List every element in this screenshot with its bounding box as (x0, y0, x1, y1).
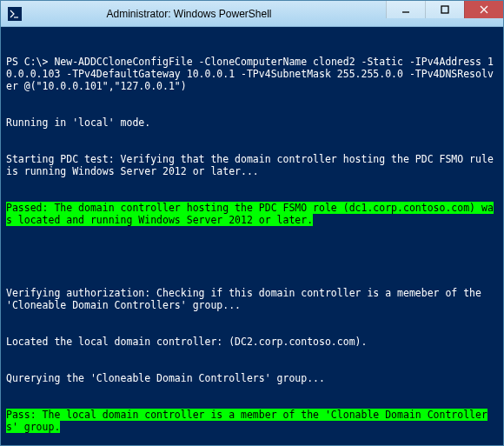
close-button[interactable] (464, 1, 503, 18)
command-line: PS C:\> New-ADDCCloneConfigFile -CloneCo… (6, 56, 498, 92)
output-line: Verifying authorization: Checking if thi… (6, 287, 498, 311)
output-pass: Pass: The local domain controller is a m… (6, 409, 498, 433)
output-line: Located the local domain controller: (DC… (6, 336, 498, 348)
output-line: Qurerying the 'Cloneable Domain Controll… (6, 372, 498, 384)
output-pass: Passed: The domain controller hosting th… (6, 202, 498, 226)
titlebar[interactable]: Administrator: Windows PowerShell (1, 1, 503, 27)
blank-line (6, 250, 498, 263)
command-text: New-ADDCCloneConfigFile -CloneComputerNa… (6, 56, 494, 92)
maximize-button[interactable] (425, 1, 464, 18)
minimize-button[interactable] (386, 1, 425, 18)
powershell-window: Administrator: Windows PowerShell PS C:\… (1, 1, 503, 445)
output-line: Running in 'local' mode. (6, 116, 498, 129)
svg-rect-3 (441, 6, 448, 13)
output-line: Starting PDC test: Verifying that the do… (6, 153, 498, 177)
prompt: PS C:\> (6, 56, 54, 68)
window-title: Administrator: Windows PowerShell (0, 8, 386, 20)
window-controls (386, 1, 503, 26)
terminal-output[interactable]: PS C:\> New-ADDCCloneConfigFile -CloneCo… (1, 27, 503, 445)
